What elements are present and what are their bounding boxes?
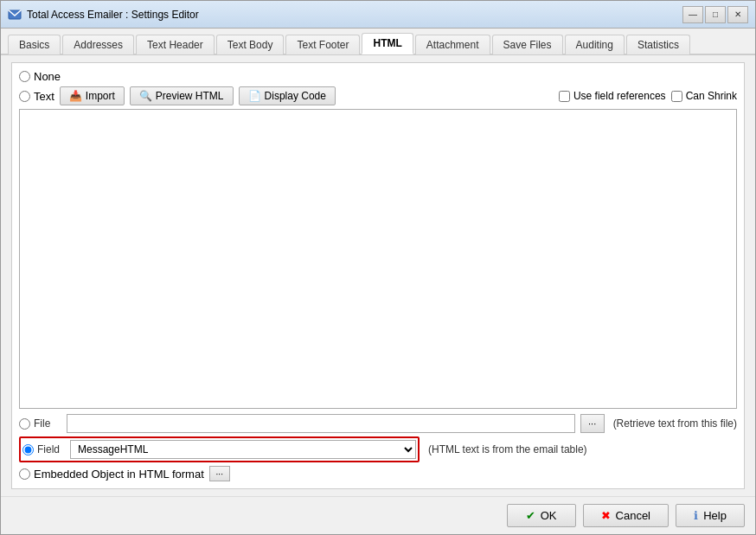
window-controls: — □ ✕ <box>682 6 748 23</box>
code-icon: 📄 <box>248 90 261 102</box>
file-hint: (Retrieve text from this file) <box>613 417 737 430</box>
html-text-editor[interactable] <box>19 109 737 409</box>
field-row-highlighted: Field MessageHTML <box>19 436 420 462</box>
use-field-references-checkbox[interactable] <box>559 91 570 102</box>
embedded-row: Embedded Object in HTML format ··· <box>19 466 737 481</box>
html-panel: None Text 📥 Import 🔍 Preview HTML 📄 <box>11 62 745 489</box>
minimize-button[interactable]: — <box>682 6 703 23</box>
preview-icon: 🔍 <box>139 90 152 102</box>
footer-bar: ✔ OK ✖ Cancel ℹ Help <box>1 496 755 534</box>
field-select[interactable]: MessageHTML <box>70 440 416 459</box>
cancel-button[interactable]: ✖ Cancel <box>583 504 669 527</box>
field-hint: (HTML text is from the email table) <box>428 443 587 455</box>
file-radio[interactable] <box>19 418 30 430</box>
embedded-radio[interactable] <box>19 468 30 480</box>
ok-icon: ✔ <box>526 509 535 522</box>
embedded-browse-button[interactable]: ··· <box>209 466 230 481</box>
content-area: None Text 📥 Import 🔍 Preview HTML 📄 <box>1 55 755 496</box>
tab-text-header[interactable]: Text Header <box>136 35 215 54</box>
window-title: Total Access Emailer : Settings Editor <box>27 9 682 21</box>
none-radio[interactable] <box>19 71 30 82</box>
file-browse-button[interactable]: ··· <box>580 414 605 433</box>
tab-addresses[interactable]: Addresses <box>62 35 134 54</box>
tab-basics[interactable]: Basics <box>8 35 61 54</box>
display-code-button[interactable]: 📄 Display Code <box>239 86 336 105</box>
can-shrink-checkbox[interactable] <box>671 91 682 102</box>
file-path-input[interactable] <box>67 414 575 433</box>
bottom-section: File ··· (Retrieve text from this file) … <box>19 414 737 481</box>
import-icon: 📥 <box>69 90 82 102</box>
tab-html[interactable]: HTML <box>362 33 413 54</box>
tab-bar: Basics Addresses Text Header Text Body T… <box>1 29 755 55</box>
text-label: Text <box>34 90 54 103</box>
embedded-radio-label[interactable]: Embedded Object in HTML format <box>19 468 204 481</box>
field-radio-label[interactable]: Field <box>22 443 65 455</box>
file-row: File ··· (Retrieve text from this file) <box>19 414 737 433</box>
html-textarea[interactable] <box>20 110 736 408</box>
help-icon: ℹ <box>694 509 698 522</box>
field-radio[interactable] <box>22 444 34 455</box>
text-radio[interactable] <box>19 91 30 102</box>
import-button[interactable]: 📥 Import <box>60 86 125 105</box>
use-field-references-label[interactable]: Use field references <box>559 90 666 102</box>
main-window: Total Access Emailer : Settings Editor —… <box>0 0 756 535</box>
preview-html-button[interactable]: 🔍 Preview HTML <box>130 86 234 105</box>
none-radio-label[interactable]: None <box>19 70 61 83</box>
browse-icon: ··· <box>588 418 596 429</box>
maximize-button[interactable]: □ <box>705 6 726 23</box>
tab-statistics[interactable]: Statistics <box>626 35 690 54</box>
cancel-icon: ✖ <box>601 509 611 522</box>
tab-auditing[interactable]: Auditing <box>565 35 625 54</box>
tab-text-footer[interactable]: Text Footer <box>285 35 360 54</box>
app-icon <box>8 8 22 22</box>
title-bar: Total Access Emailer : Settings Editor —… <box>1 1 755 29</box>
close-button[interactable]: ✕ <box>727 6 748 23</box>
tab-save-files[interactable]: Save Files <box>492 35 563 54</box>
none-label: None <box>34 70 61 83</box>
tab-text-body[interactable]: Text Body <box>216 35 285 54</box>
can-shrink-label[interactable]: Can Shrink <box>671 90 737 102</box>
help-button[interactable]: ℹ Help <box>676 504 745 527</box>
ok-button[interactable]: ✔ OK <box>507 504 576 527</box>
tab-attachment[interactable]: Attachment <box>415 35 490 54</box>
file-radio-label[interactable]: File <box>19 417 61 430</box>
text-radio-label[interactable]: Text <box>19 90 54 103</box>
embedded-icon: ··· <box>216 469 223 479</box>
